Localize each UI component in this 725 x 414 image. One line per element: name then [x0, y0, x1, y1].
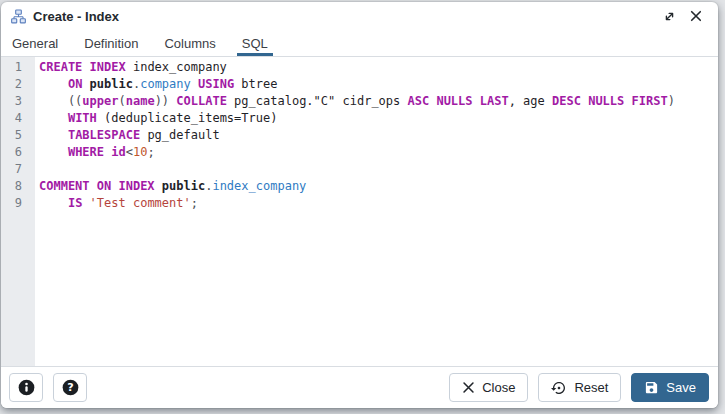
tab-sql[interactable]: SQL — [237, 30, 273, 56]
code-line[interactable]: IS 'Test comment'; — [39, 195, 718, 212]
help-button[interactable]: ? — [53, 373, 87, 402]
save-button-label: Save — [666, 380, 696, 395]
close-button-label: Close — [482, 380, 515, 395]
sql-token: CREATE INDEX — [39, 60, 126, 74]
line-number: 8 — [1, 178, 22, 195]
dialog-footer: ? Close Reset — [1, 366, 718, 408]
sql-token — [39, 145, 68, 159]
sql-token — [191, 77, 198, 91]
sql-token: (deduplicate_items=True) — [97, 111, 278, 125]
sql-token — [39, 128, 68, 142]
tab-definition[interactable]: Definition — [79, 30, 143, 56]
sql-code[interactable]: CREATE INDEX index_company ON public.com… — [35, 57, 718, 366]
sql-token: USING — [198, 77, 234, 91]
sql-token: WHERE — [68, 145, 104, 159]
info-icon — [18, 379, 35, 396]
maximize-icon — [663, 10, 676, 23]
sql-token: WITH — [68, 111, 97, 125]
sql-token: ( — [118, 94, 125, 108]
sql-token: ) — [668, 94, 675, 108]
code-line[interactable]: WHERE id<10; — [39, 144, 718, 161]
index-sitemap-icon — [11, 9, 26, 24]
sql-token: TABLESPACE — [68, 128, 140, 142]
reset-button[interactable]: Reset — [538, 373, 621, 402]
close-button[interactable]: Close — [449, 373, 528, 402]
dialog-title: Create - Index — [33, 9, 119, 24]
create-index-dialog: Create - Index General Definition Column… — [1, 2, 718, 408]
sql-token: index_company — [126, 60, 227, 74]
line-number: 6 — [1, 144, 22, 161]
sql-token — [39, 196, 68, 210]
sql-token: pg_catalog."C" cidr_ops — [227, 94, 408, 108]
save-button[interactable]: Save — [631, 373, 709, 402]
sql-token: ASC NULLS LAST — [408, 94, 509, 108]
tab-general[interactable]: General — [7, 30, 63, 56]
sql-token: id — [111, 145, 125, 159]
code-line[interactable]: TABLESPACE pg_default — [39, 127, 718, 144]
sql-token: COLLATE — [176, 94, 227, 108]
sql-token: ON — [68, 77, 82, 91]
sql-token: 'Test comment' — [90, 196, 191, 210]
sql-token — [155, 179, 162, 193]
sql-token: < — [126, 145, 133, 159]
sql-token: IS — [68, 196, 82, 210]
tab-columns[interactable]: Columns — [159, 30, 220, 56]
maximize-button[interactable] — [659, 6, 679, 26]
sql-token: COMMENT ON INDEX — [39, 179, 155, 193]
sql-token: public — [162, 179, 205, 193]
info-button[interactable] — [9, 373, 43, 402]
sql-token: (( — [39, 94, 82, 108]
line-number: 5 — [1, 127, 22, 144]
line-number: 9 — [1, 195, 22, 212]
code-line[interactable]: COMMENT ON INDEX public.index_company — [39, 178, 718, 195]
sql-token: company — [140, 77, 191, 91]
line-number: 3 — [1, 93, 22, 110]
sql-token: ; — [191, 196, 198, 210]
sql-token: index_company — [212, 179, 306, 193]
code-line[interactable]: ((upper(name)) COLLATE pg_catalog."C" ci… — [39, 93, 718, 110]
sql-token — [39, 77, 68, 91]
line-number: 7 — [1, 161, 22, 178]
sql-token: pg_default — [140, 128, 219, 142]
sql-token — [82, 196, 89, 210]
line-number: 1 — [1, 59, 22, 76]
code-line[interactable]: WITH (deduplicate_items=True) — [39, 110, 718, 127]
close-window-button[interactable] — [686, 6, 706, 26]
help-icon: ? — [62, 379, 79, 396]
sql-token: public — [90, 77, 133, 91]
sql-token: 10 — [133, 145, 147, 159]
svg-text:?: ? — [67, 381, 73, 394]
line-number: 2 — [1, 76, 22, 93]
tab-bar: General Definition Columns SQL — [1, 30, 718, 57]
sql-token — [39, 111, 68, 125]
close-icon — [690, 10, 702, 22]
sql-token: name — [126, 94, 155, 108]
floppy-disk-icon — [644, 380, 659, 395]
sql-token: ; — [147, 145, 154, 159]
code-line[interactable] — [39, 161, 718, 178]
line-number: 4 — [1, 110, 22, 127]
code-line[interactable]: CREATE INDEX index_company — [39, 59, 718, 76]
restore-icon — [551, 380, 567, 396]
sql-token: DESC NULLS FIRST — [552, 94, 668, 108]
reset-button-label: Reset — [574, 380, 608, 395]
sql-editor[interactable]: 123456789 CREATE INDEX index_company ON … — [1, 57, 718, 366]
sql-token: )) — [155, 94, 169, 108]
sql-token: btree — [234, 77, 277, 91]
footer-action-buttons: Close Reset Save — [449, 373, 709, 402]
dialog-titlebar: Create - Index — [1, 2, 718, 30]
sql-token — [82, 77, 89, 91]
line-number-gutter: 123456789 — [1, 57, 35, 366]
code-line[interactable]: ON public.company USING btree — [39, 76, 718, 93]
sql-token: upper — [82, 94, 118, 108]
x-icon — [462, 381, 475, 394]
sql-token: , age — [509, 94, 552, 108]
